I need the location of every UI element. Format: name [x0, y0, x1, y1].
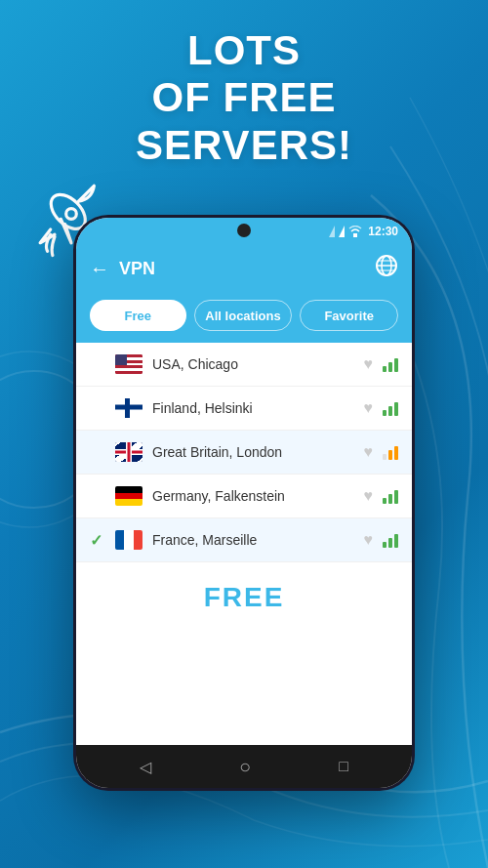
favorite-heart-finland[interactable]: ♥	[364, 399, 374, 417]
status-bar: 12:30	[76, 218, 412, 245]
favorite-heart-usa[interactable]: ♥	[364, 355, 374, 373]
svg-rect-6	[353, 233, 357, 237]
signal-bars-france	[383, 532, 398, 548]
server-name-germany: Germany, Falkenstein	[152, 488, 354, 504]
back-button[interactable]: ←	[90, 258, 109, 280]
server-name-usa: USA, Chicago	[152, 356, 354, 372]
headline-line1: Lots	[0, 27, 488, 74]
tab-favorite[interactable]: Favorite	[300, 300, 398, 331]
tabs-bar: Free All locations Favorite	[76, 292, 412, 343]
signal-icon	[329, 226, 345, 237]
camera-notch	[237, 224, 251, 237]
svg-marker-4	[329, 226, 335, 237]
flag-france	[115, 530, 142, 550]
favorite-heart-germany[interactable]: ♥	[364, 487, 374, 505]
favorite-heart-gb[interactable]: ♥	[364, 443, 374, 461]
signal-bars-usa	[383, 356, 398, 372]
server-item-finland[interactable]: Finland, Helsinki ♥	[76, 387, 412, 431]
server-item-gb[interactable]: Great Britain, London ♥	[76, 431, 412, 475]
free-label: FREE	[76, 562, 412, 633]
server-name-france: France, Marseille	[152, 532, 354, 548]
phone-mockup: 12:30 ← VPN Free All loca	[73, 215, 415, 791]
nav-back-button[interactable]: ◁	[140, 758, 151, 776]
phone-screen: 12:30 ← VPN Free All loca	[76, 218, 412, 788]
favorite-heart-france[interactable]: ♥	[364, 531, 374, 549]
globe-button[interactable]	[375, 254, 398, 283]
server-item-france[interactable]: ✓ France, Marseille ♥	[76, 518, 412, 562]
nav-home-button[interactable]: ○	[239, 756, 251, 778]
server-list: USA, Chicago ♥ Finland, Helsinki ♥	[76, 343, 412, 745]
tab-all-locations[interactable]: All locations	[194, 300, 293, 331]
top-bar: ← VPN	[76, 245, 412, 292]
flag-usa	[115, 354, 142, 374]
flag-finland	[115, 398, 142, 418]
nav-recent-button[interactable]: □	[339, 758, 348, 775]
headline: Lots of free servers!	[0, 27, 488, 169]
flag-germany	[115, 486, 142, 506]
wifi-icon	[348, 226, 362, 237]
status-time: 12:30	[368, 225, 398, 238]
server-item-usa[interactable]: USA, Chicago ♥	[76, 343, 412, 387]
headline-line3: servers!	[0, 122, 488, 169]
server-name-gb: Great Britain, London	[152, 444, 354, 460]
status-icons	[329, 226, 362, 237]
headline-line2: of free	[0, 74, 488, 121]
phone-nav-bar: ◁ ○ □	[76, 745, 412, 788]
signal-bars-gb	[383, 444, 398, 460]
vpn-title: VPN	[119, 259, 365, 279]
server-name-finland: Finland, Helsinki	[152, 400, 354, 416]
server-item-germany[interactable]: Germany, Falkenstein ♥	[76, 475, 412, 518]
signal-bars-germany	[383, 488, 398, 504]
selected-check: ✓	[90, 531, 105, 550]
status-bar-wrapper: 12:30	[76, 218, 412, 245]
svg-point-3	[66, 209, 77, 220]
tab-free[interactable]: Free	[90, 300, 186, 331]
signal-bars-finland	[383, 400, 398, 416]
globe-icon	[375, 254, 398, 277]
flag-gb	[115, 442, 142, 462]
svg-marker-5	[339, 226, 345, 237]
